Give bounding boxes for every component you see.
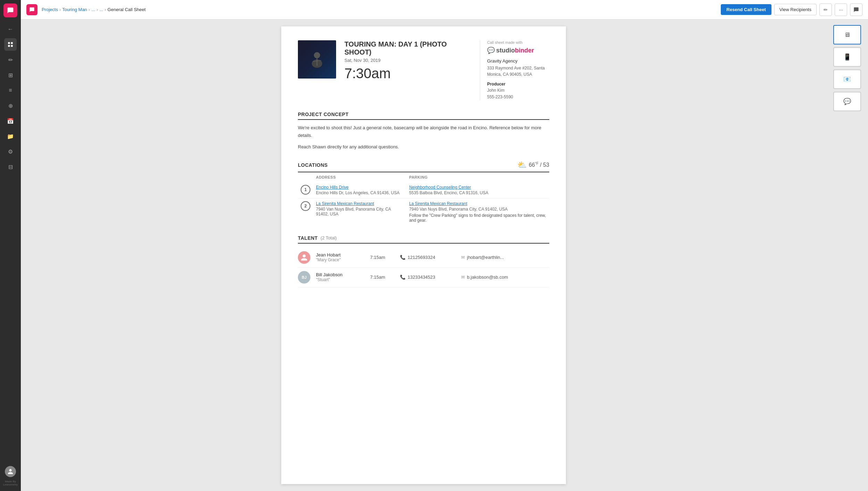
edit-icon[interactable]: ✏: [4, 54, 17, 66]
folder-icon[interactable]: 📁: [4, 130, 17, 142]
talent-email-2: ✉ b.jakobson@sb.com: [461, 275, 508, 280]
col-address: ADDRESS: [313, 172, 406, 182]
settings-icon[interactable]: ⚙: [4, 145, 17, 158]
top-navbar: Projects › Touring Man › ... › ... › Gen…: [21, 0, 868, 19]
talent-avatar-1: [298, 251, 310, 264]
project-concept-section: PROJECT CONCEPT We're excited to shoot t…: [298, 112, 549, 150]
company-info: Call sheet made with 💬studiobinder Gravi…: [480, 40, 549, 100]
svg-point-4: [314, 52, 320, 58]
locations-section: LOCATIONS ⛅ 66°F / 53 ADDRESS PARKING: [298, 161, 549, 226]
producer-phone: 555-223-5590: [487, 95, 513, 99]
location-num-cell-2: 2: [298, 198, 313, 226]
back-icon[interactable]: ←: [4, 23, 17, 35]
document-date: Sat, Nov 30, 2019: [344, 58, 471, 63]
user-avatar[interactable]: [5, 466, 16, 477]
breadcrumb-current: General Call Sheet: [108, 7, 146, 12]
talent-name-2: Bill Jakobson: [316, 272, 365, 277]
breadcrumb-project[interactable]: Touring Man: [62, 7, 87, 12]
chat-button[interactable]: [850, 3, 862, 16]
svg-rect-2: [8, 45, 10, 47]
breadcrumb-dots-2[interactable]: ...: [99, 7, 103, 12]
document-title: TOURING MAN: DAY 1 (PHOTO SHOOT): [344, 40, 471, 56]
breadcrumb-sep-4: ›: [105, 7, 106, 12]
talent-email-address-1: jhobart@earthlin...: [467, 255, 504, 260]
phone-icon-2: 📞: [400, 275, 406, 280]
svg-rect-0: [8, 42, 10, 44]
weather-high: 66°F / 53: [529, 162, 549, 168]
project-concept-text1: We're excited to shoot this! Just a gene…: [298, 124, 549, 139]
resend-call-sheet-button[interactable]: Resend Call Sheet: [721, 4, 771, 15]
talent-time-1: 7:15am: [370, 255, 394, 260]
talent-avatar-2: BJ: [298, 271, 310, 284]
app-logo[interactable]: [3, 3, 17, 17]
preview-chat[interactable]: 💬: [833, 92, 861, 111]
breadcrumb-dots-1[interactable]: ...: [91, 7, 95, 12]
location-num-cell-1: 1: [298, 182, 313, 198]
location-address-link-1[interactable]: Encino Hills Drive: [316, 185, 403, 190]
talent-phone-2: 📞 13233434523: [400, 275, 456, 280]
view-recipients-button[interactable]: View Recipients: [774, 4, 817, 15]
talent-email-1: ✉ jhobart@earthlin...: [461, 255, 504, 260]
location-parking-detail-1: 5535 Balboa Blvd, Encino, CA 91316, USA: [409, 190, 546, 195]
content-area: TOURING MAN: DAY 1 (PHOTO SHOOT) Sat, No…: [21, 19, 868, 491]
call-sheet-document: TOURING MAN: DAY 1 (PHOTO SHOOT) Sat, No…: [281, 26, 566, 484]
breadcrumb-sep-1: ›: [59, 7, 61, 12]
talent-row-2: BJ Bill Jakobson "Stuart" 7:15am 📞 13233…: [298, 268, 549, 287]
location-parking-note-2: Follow the "Crew Parking" signs to find …: [409, 213, 546, 223]
thumbnail-icon[interactable]: [4, 38, 17, 51]
producer-label: Producer: [487, 82, 549, 87]
location-number-1: 1: [301, 185, 310, 195]
globe-icon[interactable]: ⊕: [4, 99, 17, 112]
breadcrumb: Projects › Touring Man › ... › ... › Gen…: [42, 7, 145, 12]
talent-row-1: Jean Hobart "Mary Grace" 7:15am 📞 121256…: [298, 248, 549, 268]
talent-name-1: Jean Hobart: [316, 252, 365, 257]
grid-icon[interactable]: ⊟: [4, 161, 17, 173]
project-concept-title: PROJECT CONCEPT: [298, 112, 549, 120]
talent-phone-number-2: 13233434523: [408, 275, 435, 280]
talent-title: TALENT: [298, 235, 318, 241]
talent-header: TALENT (2 Total): [298, 235, 549, 244]
svg-rect-3: [11, 45, 13, 47]
document-title-area: TOURING MAN: DAY 1 (PHOTO SHOOT) Sat, No…: [344, 40, 471, 100]
breadcrumb-projects[interactable]: Projects: [42, 7, 58, 12]
col-parking: PARKING: [406, 172, 549, 182]
preview-desktop[interactable]: 🖥: [833, 25, 861, 44]
talent-phone-1: 📞 12125693324: [400, 255, 456, 260]
location-parking-link-1[interactable]: Neighborhood Counseling Center: [409, 185, 546, 190]
project-concept-text2: Reach Shawn directly for any additional …: [298, 143, 549, 151]
locations-header: LOCATIONS ⛅ 66°F / 53: [298, 161, 549, 172]
location-row-2: 2 La Sirenita Mexican Restaurant 7940 Va…: [298, 198, 549, 226]
pages-icon[interactable]: ⊞: [4, 69, 17, 81]
preview-panel: 🖥 📱 📧 💬: [826, 19, 868, 491]
breadcrumb-sep-2: ›: [89, 7, 90, 12]
talent-email-address-2: b.jakobson@sb.com: [467, 275, 508, 280]
location-parking-cell-2: La Sirenita Mexican Restaurant 7940 Van …: [406, 198, 549, 226]
preview-mobile[interactable]: 📱: [833, 47, 861, 67]
location-address-detail-2: 7940 Van Nuys Blvd, Panorama City, CA 91…: [316, 207, 403, 216]
list-icon[interactable]: ≡: [4, 84, 17, 97]
edit-pencil-button[interactable]: ✏: [819, 3, 832, 16]
phone-icon-1: 📞: [400, 255, 406, 260]
location-address-link-2[interactable]: La Sirenita Mexican Restaurant: [316, 201, 403, 206]
more-options-button[interactable]: ···: [835, 3, 847, 16]
preview-email[interactable]: 📧: [833, 69, 861, 89]
col-number: [298, 172, 313, 182]
document-scroll-area[interactable]: TOURING MAN: DAY 1 (PHOTO SHOOT) Sat, No…: [21, 19, 826, 491]
main-area: Projects › Touring Man › ... › ... › Gen…: [21, 0, 868, 491]
location-parking-link-2[interactable]: La Sirenita Mexican Restaurant: [409, 201, 546, 206]
navbar-logo: [26, 4, 37, 15]
location-parking-detail-2: 7940 Van Nuys Blvd, Panorama City, CA 91…: [409, 207, 546, 212]
document-header: TOURING MAN: DAY 1 (PHOTO SHOOT) Sat, No…: [298, 40, 549, 100]
document-general-call-time: 7:30am: [344, 66, 471, 81]
breadcrumb-sep-3: ›: [97, 7, 98, 12]
weather-widget: ⛅ 66°F / 53: [517, 161, 549, 170]
talent-count: (2 Total): [320, 235, 337, 240]
email-icon-1: ✉: [461, 255, 465, 260]
made-with-label: Call sheet made with: [487, 40, 549, 44]
company-name: Gravity Agency: [487, 58, 549, 64]
weather-icon: ⛅: [517, 161, 527, 170]
location-row-1: 1 Encino Hills Drive Encino Hills Dr, Lo…: [298, 182, 549, 198]
location-address-cell-2: La Sirenita Mexican Restaurant 7940 Van …: [313, 198, 406, 226]
calendar-icon[interactable]: 📅: [4, 115, 17, 127]
made-by-label: Made ByLeanometry: [3, 480, 18, 488]
